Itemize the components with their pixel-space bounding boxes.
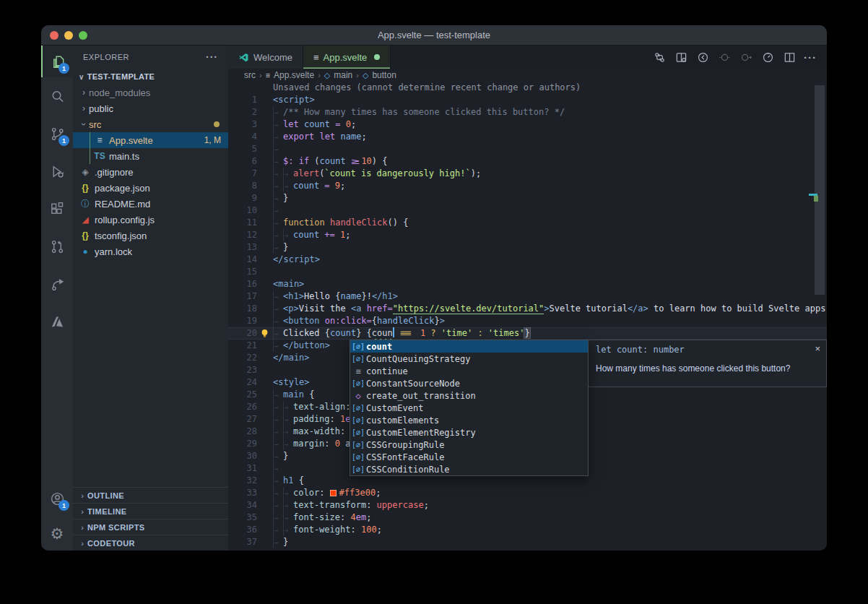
tree-item--gitignore[interactable]: ◈.gitignore [73,164,228,180]
code-line-5[interactable]: 5→ [228,143,827,155]
panel-timeline[interactable]: › TIMELINE [73,503,228,519]
github-pr-icon[interactable] [41,230,73,262]
editor-scrollbar[interactable] [815,85,825,295]
suggest-item-cssgroupingrule[interactable]: [∅]CSSGroupingRule [350,439,588,451]
code-line-2[interactable]: 2→/** How many times has someone clicked… [228,106,827,118]
line-content: →<h1>Hello {name}!</h1> [273,290,398,303]
more-actions-icon[interactable]: ··· [804,51,817,64]
code-line-3[interactable]: 3→let count = 0; [228,118,827,131]
code-line-8[interactable]: 8→→count = 9; [228,180,827,192]
views-more-actions-icon[interactable]: ··· [206,51,218,63]
tree-item-src[interactable]: ›src [73,116,228,132]
code-line-15[interactable]: 15 [228,266,827,278]
workspace-root-row[interactable]: ∨ TEST-TEMPLATE [73,69,228,85]
code-line-37[interactable]: 37→} [228,536,827,548]
breadcrumb-item-src[interactable]: src [244,70,256,80]
settings-gear-icon[interactable]: ⚙ [41,517,73,549]
run-timer-icon[interactable] [760,50,776,65]
code-line-4[interactable]: 4→export let name; [228,131,827,143]
code-line-annotation[interactable]: Unsaved changes (cannot determine recent… [228,82,827,94]
code-area[interactable]: Unsaved changes (cannot determine recent… [228,82,827,551]
breadcrumb-item-button[interactable]: button [372,70,396,80]
tab-welcome[interactable]: Welcome [228,46,303,69]
code-line-7[interactable]: 7→→alert(`count is dangerously high!`); [228,168,827,180]
code-line-36[interactable]: 36→→font-weight: 100; [228,524,827,536]
line-number: 7 [228,168,257,180]
code-line-14[interactable]: 14</script> [228,254,827,266]
code-line-35[interactable]: 35→→font-size: 4em; [228,512,827,524]
suggest-item-count[interactable]: [∅]count [350,340,588,353]
code-line-9[interactable]: 9→} [228,192,827,204]
line-content: →→margin: 0 au [273,438,356,450]
panel-npm-scripts[interactable]: › NPM SCRIPTS [73,519,228,535]
color-swatch[interactable] [330,490,337,496]
tree-item-public[interactable]: ›public [73,100,228,116]
step-forward-icon[interactable] [739,50,754,65]
code-line-18[interactable]: 18→<p>Visit the <a href="https://svelte.… [228,303,827,315]
breadcrumb-item-file[interactable]: App.svelte [274,70,314,80]
suggest-item-cssconditionrule[interactable]: [∅]CSSConditionRule [350,463,588,475]
panel-codetour[interactable]: › CODETOUR [73,535,228,551]
source-control-icon[interactable]: 1 [41,118,73,150]
code-line-17[interactable]: 17→<h1>Hello {name}!</h1> [228,290,827,303]
tree-item-rollup-config-js[interactable]: ◢rollup.config.js [73,212,228,228]
breakpoint-icon[interactable] [717,50,732,65]
extensions-icon[interactable] [41,193,73,225]
code-line-16[interactable]: 16<main> [228,278,827,290]
code-line-10[interactable]: 10→ [228,204,827,217]
azure-icon[interactable] [41,306,73,337]
split-editor-icon[interactable] [782,50,797,65]
tree-item-package-json[interactable]: {}package.json [73,180,228,196]
ts-file-icon: TS [93,151,106,161]
code-line-12[interactable]: 12→→count += 1; [228,229,827,241]
code-line-11[interactable]: 11→function handleClick() { [228,217,827,229]
line-number: 22 [228,352,257,364]
code-line-13[interactable]: 13→} [228,241,827,254]
code-line-34[interactable]: 34→→text-transform: uppercase; [228,499,827,512]
suggest-item-create_out_transition[interactable]: ◇create_out_transition [350,389,588,402]
code-line-6[interactable]: 6→$: if (count ≥10) { [228,155,827,168]
tab-app-svelte[interactable]: ≡ App.svelte [303,46,391,69]
close-icon[interactable]: × [815,343,820,354]
suggest-item-customelements[interactable]: [∅]customElements [350,414,588,426]
rollup-file-icon: ◢ [79,215,92,225]
step-back-icon[interactable] [695,50,711,65]
line-number: 32 [228,475,257,487]
tree-item-node-modules[interactable]: ›node_modules [73,85,228,100]
chevron-right-icon: › [77,507,87,516]
suggest-item-continue[interactable]: ≡continue [350,365,588,377]
run-debug-icon[interactable] [41,155,73,187]
suggest-item-countqueuingstrategy[interactable]: [∅]CountQueuingStrategy [350,353,588,365]
code-line-20[interactable]: 20→Clicked {count} {coun ≡ 1 ? 'time' : … [228,327,827,340]
tree-item-yarn-lock[interactable]: ●yarn.lock [73,243,228,259]
suggest-label: create_out_transition [366,391,476,401]
activity-bar: 1 1 [41,46,73,551]
code-line-1[interactable]: 1<script> [228,94,827,106]
live-share-icon[interactable] [41,268,73,300]
account-icon[interactable]: 1 [41,483,73,514]
line-number: 28 [228,426,257,438]
title-bar[interactable]: App.svelte — test-template [41,25,827,46]
code-line-19[interactable]: 19→<button on:click={handleClick}> [228,315,827,327]
code-line-32[interactable]: 32→h1 { [228,475,827,487]
panel-outline[interactable]: › OUTLINE [73,487,228,503]
suggest-item-cssfontfacerule[interactable]: [∅]CSSFontFaceRule [350,451,588,463]
tree-item-app-svelte[interactable]: ≡App.svelte1, M [73,132,228,148]
suggest-item-customevent[interactable]: [∅]CustomEvent [350,402,588,414]
tab-bar: Welcome ≡ App.svelte ··· [228,46,827,69]
line-content: →/** How many times has someone clicked … [273,106,565,118]
search-icon[interactable] [41,80,73,112]
line-number: 26 [228,401,257,413]
tree-item-readme-md[interactable]: ⓘREADME.md [73,196,228,212]
file-label: README.md [95,199,150,210]
suggest-item-customelementregistry[interactable]: [∅]CustomElementRegistry [350,426,588,439]
code-line-33[interactable]: 33→→color: #ff3e00; [228,487,827,499]
suggest-item-constantsourcenode[interactable]: [∅]ConstantSourceNode [350,377,588,389]
compare-changes-icon[interactable] [652,50,667,65]
breadcrumb-item-main[interactable]: main [334,70,352,80]
explorer-icon[interactable]: 1 [41,46,73,77]
tree-item-tsconfig-json[interactable]: {}tsconfig.json [73,228,228,243]
tree-item-main-ts[interactable]: TSmain.ts [73,148,228,164]
explorer-badge: 1 [58,63,69,74]
open-changes-icon[interactable] [674,50,689,65]
